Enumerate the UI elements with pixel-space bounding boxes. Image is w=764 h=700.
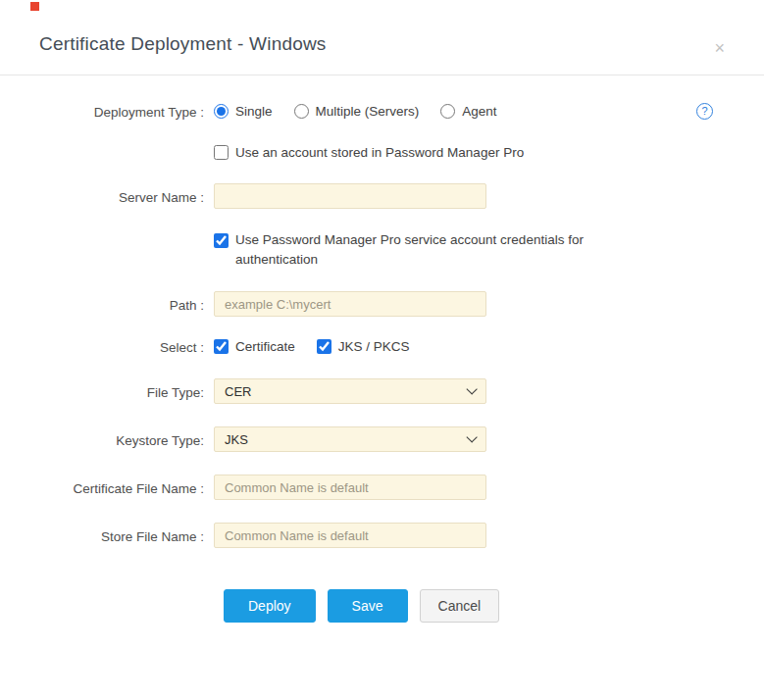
radio-multiple-servers-label: Multiple (Servers) (316, 104, 420, 119)
help-icon[interactable]: ? (696, 103, 713, 120)
radio-agent-label: Agent (462, 104, 496, 119)
select-label: Select : (39, 338, 214, 355)
radio-agent-input[interactable] (440, 104, 455, 119)
radio-multiple-servers-input[interactable] (294, 104, 309, 119)
radio-single-input[interactable] (214, 104, 229, 119)
stored-account-row: Use an account stored in Password Manage… (39, 145, 725, 160)
server-name-label: Server Name : (39, 188, 214, 205)
file-type-selected-value: CER (225, 384, 251, 399)
path-input[interactable] (214, 291, 486, 317)
certificate-checkbox[interactable]: Certificate (214, 339, 295, 354)
save-button[interactable]: Save (328, 589, 408, 623)
use-stored-account-input[interactable] (214, 145, 229, 160)
store-file-name-input[interactable] (214, 523, 486, 548)
store-file-name-label: Store File Name : (39, 527, 214, 544)
use-service-account-checkbox[interactable]: Use Password Manager Pro service account… (214, 230, 657, 270)
cancel-button[interactable]: Cancel (420, 589, 500, 623)
close-icon[interactable]: × (714, 39, 725, 57)
dialog-header: Certificate Deployment - Windows × (0, 0, 764, 75)
dialog-buttons: Deploy Save Cancel (39, 589, 725, 623)
deployment-type-label: Deployment Type : (39, 103, 214, 120)
path-label: Path : (39, 296, 214, 313)
path-row: Path : (39, 291, 725, 317)
certificate-file-name-label: Certificate File Name : (39, 479, 214, 496)
keystore-type-label: Keystore Type: (39, 431, 214, 448)
deployment-type-row: Deployment Type : Single Multiple (Serve… (39, 103, 725, 120)
store-file-name-row: Store File Name : (39, 523, 725, 548)
file-type-select[interactable]: CER (214, 378, 486, 404)
certificate-file-name-row: Certificate File Name : (39, 475, 725, 500)
deploy-button[interactable]: Deploy (224, 589, 316, 623)
keystore-type-selected-value: JKS (225, 432, 248, 447)
service-account-row: Use Password Manager Pro service account… (39, 230, 725, 270)
jks-pkcs-checkbox[interactable]: JKS / PKCS (317, 339, 410, 354)
radio-single[interactable]: Single (214, 104, 273, 119)
certificate-checkbox-label: Certificate (235, 339, 295, 354)
certificate-checkbox-input[interactable] (214, 339, 229, 354)
jks-pkcs-checkbox-input[interactable] (317, 339, 331, 354)
chevron-down-icon (466, 383, 477, 394)
jks-pkcs-checkbox-label: JKS / PKCS (338, 339, 410, 354)
chevron-down-icon (466, 431, 477, 442)
select-row: Select : Certificate JKS / PKCS (39, 338, 725, 355)
use-service-account-input[interactable] (214, 233, 229, 248)
dialog-title: Certificate Deployment - Windows (39, 33, 725, 55)
certificate-file-name-input[interactable] (214, 475, 486, 500)
radio-agent[interactable]: Agent (440, 104, 496, 119)
server-name-input[interactable] (214, 183, 486, 209)
use-stored-account-label: Use an account stored in Password Manage… (235, 145, 524, 160)
certificate-deployment-form: Deployment Type : Single Multiple (Serve… (0, 75, 764, 623)
keystore-type-row: Keystore Type: JKS (39, 426, 725, 452)
keystore-type-select[interactable]: JKS (214, 426, 486, 452)
file-type-row: File Type: CER (39, 378, 725, 404)
use-stored-account-checkbox[interactable]: Use an account stored in Password Manage… (214, 145, 524, 160)
file-type-label: File Type: (39, 383, 214, 400)
server-name-row: Server Name : (39, 183, 725, 209)
radio-multiple-servers[interactable]: Multiple (Servers) (294, 104, 420, 119)
use-service-account-label: Use Password Manager Pro service account… (235, 230, 657, 270)
radio-single-label: Single (235, 104, 273, 119)
